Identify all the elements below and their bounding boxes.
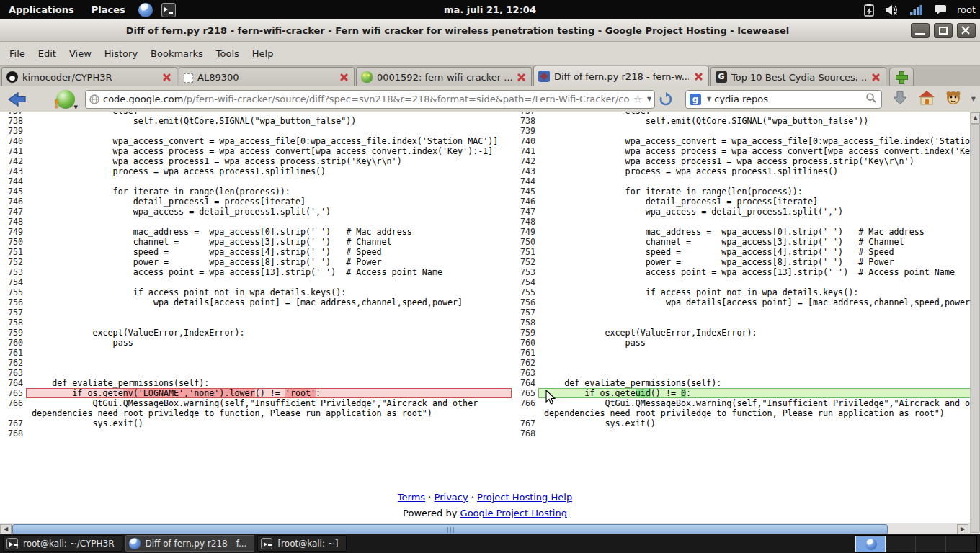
window-titlebar[interactable]: Diff of fern.py r218 - fern-wifi-cracker… <box>0 19 980 42</box>
tab-title: AL89300 <box>197 72 334 83</box>
vertical-scrollbar[interactable]: ▲ <box>970 112 980 534</box>
line-number: 738 <box>0 116 26 126</box>
tab-close-icon[interactable] <box>161 72 172 83</box>
menu-help[interactable]: Help <box>246 42 280 65</box>
scroll-right-arrow-icon[interactable]: ▶ <box>957 524 968 534</box>
google-search-engine-icon[interactable]: g <box>690 94 701 105</box>
magnifier-icon[interactable] <box>865 92 877 106</box>
code-text: def evaliate_permissions(self): <box>538 378 980 388</box>
new-tab-button[interactable] <box>889 68 914 86</box>
footer-link-terms[interactable]: Terms <box>398 492 425 503</box>
tab-close-icon[interactable] <box>693 71 704 82</box>
back-button[interactable] <box>6 90 27 109</box>
taskbar-window-3[interactable]: [root@kali: ~] <box>257 535 346 552</box>
footer-link-privacy[interactable]: Privacy <box>435 492 468 503</box>
code-text <box>538 348 980 358</box>
minimize-button[interactable] <box>911 23 930 38</box>
workspace-3[interactable] <box>916 536 946 552</box>
taskbar-window-1[interactable]: root@kali: ~/CYPH3R <box>3 535 122 552</box>
code-text: detail_process1 = process[iterate] <box>538 197 980 207</box>
menu-history[interactable]: History <box>98 42 144 65</box>
noscript-icon[interactable]: ! ▼ <box>56 90 75 109</box>
url-path: /p/fern-wifi-cracker/source/diff?spec=sv… <box>183 94 629 104</box>
footer-link-project-hosting-help[interactable]: Project Hosting Help <box>477 492 572 503</box>
taskbar-window-2[interactable]: Diff of fern.py r218 - f... <box>125 535 255 552</box>
line-number: 766 <box>0 398 26 418</box>
code-text: process = wpa_access_process1.splitlines… <box>538 166 980 176</box>
menu-edit[interactable]: Edit <box>32 42 63 65</box>
search-input[interactable]: cydia repos <box>714 94 865 104</box>
line-number: 739 <box>512 126 538 136</box>
url-text[interactable]: code.google.com/p/fern-wifi-cracker/sour… <box>103 94 631 104</box>
panel-username[interactable]: root <box>957 4 976 15</box>
url-dropdown-icon[interactable]: ▼ <box>647 96 651 102</box>
scroll-left-arrow-icon[interactable]: ◀ <box>0 524 12 534</box>
tab-3[interactable]: 0001592: fern-wifi-cracker ... <box>356 67 532 86</box>
tab-2[interactable]: AL89300 <box>179 67 355 86</box>
menu-file[interactable]: File <box>3 42 32 65</box>
line-number: 742 <box>0 156 26 166</box>
tab-close-icon[interactable] <box>516 72 527 83</box>
diff-line-767: 767 sys.exit() <box>512 418 980 428</box>
downloads-button[interactable] <box>892 90 908 109</box>
iceweasel-launcher-icon[interactable] <box>138 3 153 17</box>
tab-4-active[interactable]: Diff of fern.py r218 - fern-w... <box>533 66 709 86</box>
close-button[interactable] <box>957 23 976 38</box>
places-menu[interactable]: Places <box>83 0 134 19</box>
search-engine-dropdown-icon[interactable]: ▼ <box>707 96 711 102</box>
chat-notification-icon[interactable] <box>934 4 947 15</box>
code-text: wpa_access = detail_process1.split(',') <box>26 207 512 217</box>
url-bar[interactable]: code.google.com/p/fern-wifi-cracker/sour… <box>85 90 655 109</box>
workspace-1[interactable] <box>855 536 886 552</box>
scroll-up-arrow-icon[interactable]: ▲ <box>971 112 980 124</box>
code-text: for iterate in range(len(process)): <box>538 186 980 197</box>
tab-close-icon[interactable] <box>870 72 881 83</box>
workspace-2[interactable] <box>886 536 916 552</box>
terminal-launcher-icon[interactable] <box>161 3 176 17</box>
line-number: 751 <box>0 247 26 257</box>
toolbar-overflow-chevron-icon[interactable]: ▼ <box>971 96 976 102</box>
maximize-button[interactable] <box>934 23 953 38</box>
code-text: wpa_access_process1 = wpa_access_process… <box>26 156 512 166</box>
code-text: access_point = wpa_access[13].strip(' ')… <box>26 267 512 277</box>
network-signal-icon[interactable] <box>909 4 924 16</box>
volume-muted-icon[interactable] <box>885 4 899 16</box>
project-hosting-link[interactable]: Google Project Hosting <box>460 508 567 518</box>
applications-menu[interactable]: Applications <box>0 0 83 19</box>
horizontal-scroll-thumb[interactable] <box>12 524 888 534</box>
tab-title: Top 10 Best Cydia Sources, ... <box>731 72 866 83</box>
diff-line-761: 761 <box>0 348 512 358</box>
menu-bookmarks[interactable]: Bookmarks <box>144 42 210 65</box>
search-bar[interactable]: g ▼ cydia repos <box>685 90 882 109</box>
code-text <box>538 318 980 328</box>
diff-line-739: 739 <box>0 126 512 136</box>
menu-view[interactable]: View <box>63 42 98 65</box>
line-number: 761 <box>0 348 26 358</box>
tab-close-icon[interactable] <box>339 72 349 83</box>
bookmark-star-icon[interactable]: ☆ <box>633 93 642 106</box>
tab-5[interactable]: GTop 10 Best Cydia Sources, ... <box>710 67 886 86</box>
line-number: 740 <box>512 136 538 146</box>
clipboard-indicator-icon[interactable] <box>863 4 875 17</box>
tab-title: Diff of fern.py r218 - fern-w... <box>554 71 689 82</box>
reload-button[interactable] <box>656 90 675 109</box>
diff-line-757: 757 <box>512 307 980 318</box>
horizontal-scrollbar[interactable]: ◀ ▶ <box>0 523 970 534</box>
diff-line-756: 756 wpa_details[access_point] = [mac_add… <box>0 297 512 307</box>
diff-line-766: 766 QtGui.QMessageBox.warning(self,"Insu… <box>0 398 512 418</box>
code-text: if os.getenv('LOGNAME','none').lower() !… <box>26 388 512 398</box>
vertical-scroll-thumb[interactable] <box>971 124 980 533</box>
code-text <box>538 358 980 368</box>
menu-tools[interactable]: Tools <box>210 42 246 65</box>
workspace-switcher[interactable] <box>855 535 977 553</box>
code-text: self.emit(QtCore.SIGNAL("wpa_button_fals… <box>538 116 980 126</box>
workspace-4[interactable] <box>946 536 976 552</box>
tab-1[interactable]: kimocoder/CYPH3R <box>1 67 177 86</box>
diff-line-762: 762 <box>512 358 980 368</box>
foxyproxy-monkey-icon[interactable] <box>945 90 961 109</box>
diff-line-757: 757 <box>0 307 512 318</box>
site-identity-globe-icon[interactable] <box>89 94 99 104</box>
code-text: channel = wpa_access[3].strip(' ') # Cha… <box>538 237 980 247</box>
home-button[interactable] <box>918 90 935 109</box>
code-text <box>538 176 980 186</box>
